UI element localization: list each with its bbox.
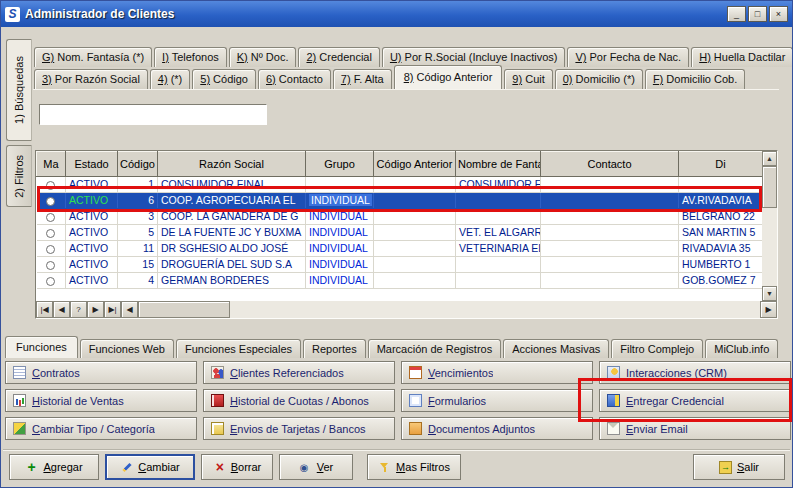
sidebar-tab[interactable]: 2) Filtros — [6, 145, 32, 207]
function-button[interactable]: Envios de Tarjetas / Bancos — [203, 417, 395, 440]
search-tab[interactable]: 2) Credencial — [298, 47, 379, 67]
function-button[interactable]: Entregar Credencial — [599, 389, 791, 412]
restore-button[interactable]: □ — [748, 6, 767, 22]
horizontal-scrollbar[interactable]: ◀ ▶ — [121, 301, 777, 318]
table-row[interactable]: ACTIVO 6 COOP. AGROPECUARIA EL INDIVIDUA… — [37, 193, 763, 209]
sidebar-tab-label: 2) Filtros — [13, 155, 25, 198]
column-header[interactable]: Razón Social — [158, 152, 306, 177]
search-tab[interactable]: 9) Cuit — [504, 69, 552, 89]
row-radio[interactable] — [46, 245, 55, 254]
action-button[interactable]: Salir — [693, 454, 785, 480]
action-button[interactable]: Mas Filtros — [367, 454, 461, 480]
search-tab[interactable]: H) Huella Dactilar — [691, 47, 793, 67]
function-button[interactable]: Cambiar Tipo / Categoría — [5, 417, 197, 440]
column-header[interactable]: Contacto — [541, 152, 679, 177]
scroll-right-icon[interactable]: ▶ — [760, 301, 777, 318]
action-button[interactable]: Ver — [279, 454, 353, 480]
search-tab[interactable]: 6) Contacto — [258, 69, 331, 89]
search-tab[interactable]: 0) Domicilio (*) — [555, 69, 643, 89]
cell-nombre-fantasia — [456, 257, 541, 273]
action-button[interactable]: Agregar — [9, 454, 99, 480]
function-button[interactable]: Vencimientos — [401, 361, 593, 384]
function-tab[interactable]: Funciones — [5, 336, 78, 358]
cell-estado: ACTIVO — [66, 193, 118, 209]
scroll-up-icon[interactable]: ▲ — [762, 151, 777, 166]
table-row[interactable]: ACTIVO 1 CONSUMIDOR FINAL CONSUMIDOR FIN — [37, 177, 763, 193]
search-tab[interactable]: G) Nom. Fantasía (*) — [34, 47, 152, 67]
action-button[interactable]: Borrar — [201, 454, 273, 480]
table-row[interactable]: ACTIVO 3 COOP. LA GANADERA DE G INDIVIDU… — [37, 209, 763, 225]
table-row[interactable]: ACTIVO 5 DE LA FUENTE JC Y BUXMA INDIVID… — [37, 225, 763, 241]
function-tab[interactable]: Filtro Complejo — [611, 339, 703, 358]
row-radio[interactable] — [46, 197, 55, 206]
search-tab[interactable]: U) Por R.Social (Incluye Inactivos) — [382, 47, 566, 67]
column-header[interactable]: Grupo — [306, 152, 374, 177]
cell-marcado — [37, 209, 66, 225]
table-row[interactable]: ACTIVO 11 DR SGHESIO ALDO JOSÉ INDIVIDUA… — [37, 241, 763, 257]
function-tab[interactable]: Funciones Web — [80, 339, 174, 358]
search-tab[interactable]: F) Domicilio Cob. — [645, 69, 745, 89]
function-tab[interactable]: Funciones Especiales — [176, 339, 301, 358]
scroll-left-icon[interactable]: ◀ — [121, 301, 138, 318]
row-radio[interactable] — [46, 261, 55, 270]
row-radio[interactable] — [46, 213, 55, 222]
cell-codigo-anterior — [374, 273, 456, 289]
table-row[interactable]: ACTIVO 4 GERMAN BORDERES INDIVIDUAL GOB.… — [37, 273, 763, 289]
search-input[interactable] — [39, 104, 267, 125]
function-button-label: Vencimientos — [428, 367, 493, 379]
sidebar-tab[interactable]: 1) Búsquedas — [6, 39, 32, 141]
table-row[interactable]: ACTIVO 15 DROGUERÍA DEL SUD S.A INDIVIDU… — [37, 257, 763, 273]
column-header[interactable]: Código — [118, 152, 158, 177]
function-button[interactable]: Enviar Email — [599, 417, 791, 440]
action-button[interactable]: Cambiar — [105, 454, 195, 480]
function-button[interactable]: Contratos — [5, 361, 197, 384]
column-header[interactable]: Estado — [66, 152, 118, 177]
close-button[interactable]: × — [769, 6, 788, 22]
function-button[interactable]: Historial de Cuotas / Abonos — [203, 389, 395, 412]
function-tab[interactable]: Reportes — [303, 339, 366, 358]
search-tab[interactable]: 5) Código — [192, 69, 256, 89]
search-tab[interactable]: 3) Por Razón Social — [34, 69, 148, 89]
scroll-down-icon[interactable]: ▼ — [762, 286, 777, 301]
minimize-button[interactable]: _ — [727, 6, 746, 22]
column-header[interactable]: Di — [679, 152, 763, 177]
column-header[interactable]: Ma — [37, 152, 66, 177]
column-header[interactable]: Código Anterior — [374, 152, 456, 177]
cell-grupo: INDIVIDUAL — [306, 225, 374, 241]
row-radio[interactable] — [46, 181, 55, 190]
function-button[interactable]: Historial de Ventas — [5, 389, 197, 412]
navigator-button[interactable]: ◀ — [53, 301, 70, 318]
navigator-button[interactable]: ▶ — [87, 301, 104, 318]
function-tab[interactable]: MiClub.info — [705, 339, 778, 358]
search-tab[interactable]: V) Por Fecha de Nac. — [567, 47, 689, 67]
horizontal-scroll-thumb[interactable] — [138, 301, 230, 318]
search-tab[interactable]: 7) F. Alta — [333, 69, 392, 89]
navigator-button[interactable]: |◀ — [36, 301, 53, 318]
cell-razon-social: DR SGHESIO ALDO JOSÉ — [158, 241, 306, 257]
search-tab[interactable]: 4) (*) — [150, 69, 190, 89]
function-button[interactable]: Clientes Referenciados — [203, 361, 395, 384]
navigator-button[interactable]: ? — [70, 301, 87, 318]
function-button[interactable]: Documentos Adjuntos — [401, 417, 593, 440]
row-radio[interactable] — [46, 277, 55, 286]
vertical-scroll-track[interactable] — [762, 208, 777, 286]
function-tab[interactable]: Acciones Masivas — [503, 339, 609, 358]
search-tab[interactable]: I) Telefonos — [154, 47, 227, 67]
column-header[interactable]: Nombre de Fantasí — [456, 152, 541, 177]
more-filters-icon — [378, 461, 391, 474]
vertical-scrollbar[interactable]: ▲ ▼ — [762, 151, 777, 301]
function-tab[interactable]: Marcación de Registros — [368, 339, 502, 358]
function-button[interactable]: Interacciones (CRM) — [599, 361, 791, 384]
change-type-icon — [13, 422, 26, 435]
search-tab[interactable]: K) Nº Doc. — [229, 47, 297, 67]
cell-codigo-anterior — [374, 177, 456, 193]
grupo-value: INDIVIDUAL — [309, 226, 368, 238]
navigator-button[interactable]: ▶| — [104, 301, 121, 318]
function-button[interactable]: Formularios — [401, 389, 593, 412]
horizontal-scroll-track[interactable] — [230, 301, 760, 318]
row-radio[interactable] — [46, 229, 55, 238]
fees-history-icon — [211, 394, 224, 407]
cell-razon-social: COOP. AGROPECUARIA EL — [158, 193, 306, 209]
vertical-scroll-thumb[interactable] — [762, 166, 777, 208]
search-tab[interactable]: 8) Código Anterior — [394, 65, 503, 89]
